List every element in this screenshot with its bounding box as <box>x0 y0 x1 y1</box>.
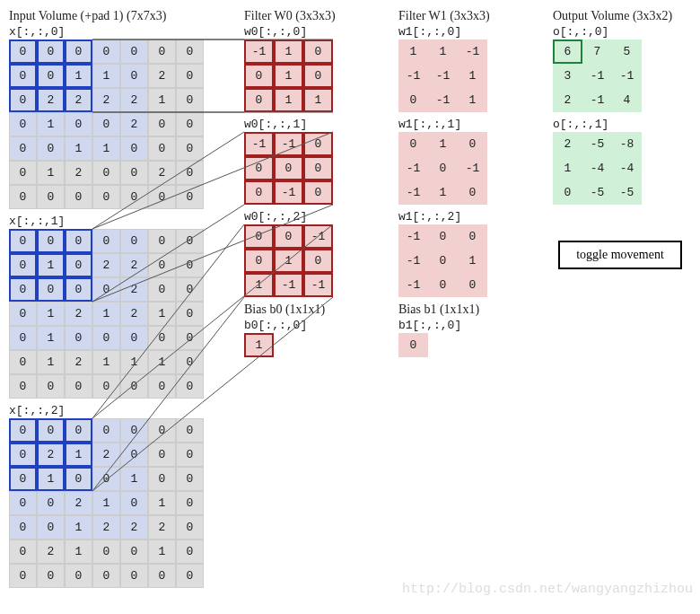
input-cell: 0 <box>176 161 204 185</box>
input-cell: 0 <box>148 277 176 302</box>
input-cell: 0 <box>176 467 204 491</box>
input-cell: 1 <box>92 136 120 161</box>
filter-cell: -1 <box>244 132 274 156</box>
input-cell: 0 <box>148 564 176 588</box>
input-cell: 0 <box>65 467 92 491</box>
filter-cell: -1 <box>458 39 487 64</box>
filter-cell: 1 <box>428 39 458 64</box>
input-cell: 0 <box>92 539 120 564</box>
input-cell: 0 <box>148 136 176 161</box>
input-cell: 2 <box>120 112 148 136</box>
filter-cell: -1 <box>398 64 428 88</box>
input-cell: 1 <box>92 491 120 515</box>
filter-cell: 4 <box>612 88 642 112</box>
input-cell: 0 <box>176 302 204 326</box>
input-cell: 0 <box>37 39 65 64</box>
input-cell: 0 <box>148 229 176 253</box>
input-cell: 0 <box>65 326 92 350</box>
filter-cell: -5 <box>612 180 642 205</box>
input-cell: 1 <box>148 539 176 564</box>
filter-cell: 0 <box>303 180 333 205</box>
filter-cell: -5 <box>582 132 612 156</box>
filter-cell: -5 <box>582 180 612 205</box>
input-cell: 2 <box>92 515 120 539</box>
input-x0-grid: 0000000001102002222100100200001100001200… <box>9 39 224 209</box>
input-cell: 0 <box>9 564 37 588</box>
input-cell: 0 <box>92 112 120 136</box>
filter-cell: -1 <box>582 88 612 112</box>
input-cell: 0 <box>92 467 120 491</box>
input-cell: 0 <box>176 277 204 302</box>
filter-cell: -1 <box>398 180 428 205</box>
filter-cell: 1 <box>274 249 303 273</box>
input-cell: 0 <box>120 418 148 443</box>
w10-label: w1[:,:,0] <box>398 25 533 39</box>
input-cell: 0 <box>65 564 92 588</box>
x1-label: x[:,:,1] <box>9 215 224 228</box>
input-cell: 2 <box>37 443 65 467</box>
filter-cell: 0 <box>274 156 303 180</box>
filter-cell: 1 <box>428 132 458 156</box>
input-cell: 0 <box>120 491 148 515</box>
input-cell: 1 <box>148 302 176 326</box>
filter-cell: 0 <box>398 132 428 156</box>
input-cell: 0 <box>120 539 148 564</box>
input-cell: 0 <box>9 229 37 253</box>
filter-cell: 0 <box>398 88 428 112</box>
input-cell: 0 <box>176 539 204 564</box>
input-cell: 0 <box>176 39 204 64</box>
filter-cell: 0 <box>303 132 333 156</box>
filter-cell: 0 <box>428 249 458 273</box>
toggle-movement-button[interactable]: toggle movement <box>558 241 682 269</box>
input-cell: 0 <box>92 161 120 185</box>
input-cell: 0 <box>92 229 120 253</box>
input-cell: 0 <box>148 443 176 467</box>
input-cell: 1 <box>37 161 65 185</box>
filter-cell: 1 <box>458 88 487 112</box>
w02-label: w0[:,:,2] <box>244 210 379 224</box>
filter-cell: 0 <box>553 180 582 205</box>
input-cell: 0 <box>37 277 65 302</box>
input-cell: 1 <box>37 302 65 326</box>
input-cell: 0 <box>120 39 148 64</box>
filter-cell: 1 <box>398 39 428 64</box>
input-cell: 0 <box>9 539 37 564</box>
input-cell: 1 <box>65 136 92 161</box>
input-cell: 0 <box>9 418 37 443</box>
input-cell: 0 <box>176 491 204 515</box>
input-cell: 0 <box>9 136 37 161</box>
input-cell: 0 <box>65 253 92 277</box>
filter-cell: 6 <box>553 39 582 64</box>
bias0-heading: Bias b0 (1x1x1) <box>244 303 379 317</box>
bias0-cell: 1 <box>244 333 274 357</box>
input-cell: 2 <box>65 491 92 515</box>
input-cell: 1 <box>148 350 176 374</box>
input-cell: 0 <box>176 136 204 161</box>
input-cell: 0 <box>37 185 65 209</box>
input-cell: 1 <box>37 326 65 350</box>
input-cell: 0 <box>37 229 65 253</box>
input-cell: 0 <box>120 326 148 350</box>
input-cell: 0 <box>148 185 176 209</box>
input-cell: 0 <box>120 229 148 253</box>
w1-s1-grid: 010-10-1-110 <box>398 132 533 205</box>
input-cell: 2 <box>92 88 120 112</box>
input-cell: 0 <box>176 374 204 399</box>
input-cell: 0 <box>92 185 120 209</box>
input-cell: 2 <box>120 88 148 112</box>
input-cell: 0 <box>120 374 148 399</box>
input-cell: 1 <box>37 112 65 136</box>
input-cell: 0 <box>65 277 92 302</box>
input-cell: 0 <box>120 564 148 588</box>
input-cell: 0 <box>176 515 204 539</box>
input-cell: 2 <box>148 161 176 185</box>
filter-cell: 0 <box>303 64 333 88</box>
input-cell: 0 <box>9 64 37 88</box>
input-cell: 2 <box>148 64 176 88</box>
filter-cell: -1 <box>244 39 274 64</box>
filter-cell: 0 <box>428 224 458 249</box>
input-cell: 0 <box>9 39 37 64</box>
input-cell: 2 <box>37 88 65 112</box>
input-cell: 0 <box>37 64 65 88</box>
filter-cell: -1 <box>582 64 612 88</box>
